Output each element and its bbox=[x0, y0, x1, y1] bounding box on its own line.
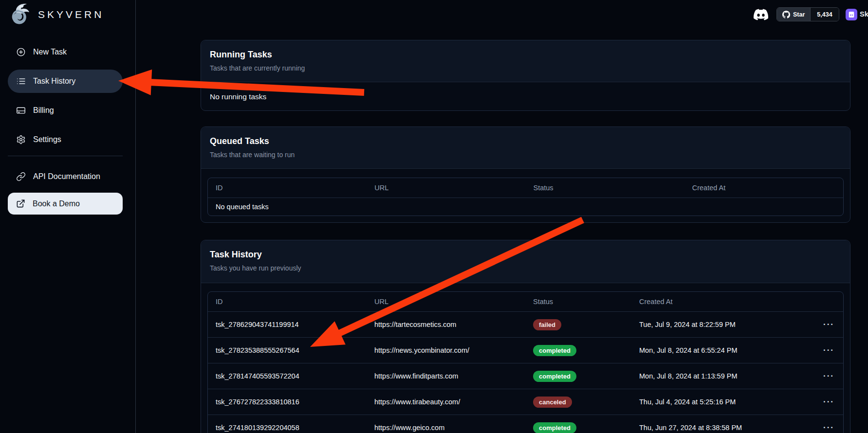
task-id-cell: tsk_274180139292204058 bbox=[208, 424, 367, 432]
queued-tasks-header: Queued Tasks Tasks that are waiting to r… bbox=[201, 127, 850, 169]
sidebar-item-label: Settings bbox=[33, 135, 61, 144]
row-actions-button[interactable]: ··· bbox=[794, 320, 843, 329]
task-status-cell: completed bbox=[525, 345, 631, 356]
row-actions-button[interactable]: ··· bbox=[794, 345, 843, 355]
queued-tasks-table: ID URL Status Created At No queued tasks bbox=[207, 178, 844, 216]
row-actions-button[interactable]: ··· bbox=[794, 371, 843, 381]
card-title: Queued Tasks bbox=[210, 136, 841, 146]
sidebar: SKYVERN New Task Task History Billing Se… bbox=[0, 0, 136, 433]
task-url-cell: https://www.tirabeauty.com/ bbox=[367, 398, 525, 406]
org-avatar[interactable] bbox=[846, 9, 857, 20]
card-subtitle: Tasks you have run previously bbox=[210, 264, 841, 272]
queued-tasks-empty-state: No queued tasks bbox=[208, 198, 843, 216]
credit-card-icon bbox=[16, 106, 26, 115]
sidebar-divider bbox=[8, 156, 123, 156]
account-name[interactable]: Sk bbox=[860, 10, 868, 18]
sidebar-item-label: Billing bbox=[33, 106, 54, 115]
task-created-at-cell: Thu, Jul 4, 2024 at 5:25:16 PM bbox=[631, 398, 794, 406]
task-id-cell: tsk_278629043741199914 bbox=[208, 321, 367, 328]
task-created-at-cell: Mon, Jul 8, 2024 at 1:13:59 PM bbox=[631, 372, 794, 380]
org-avatar-icon bbox=[848, 11, 855, 18]
sidebar-item-label: Book a Demo bbox=[33, 199, 80, 208]
sidebar-item-label: Task History bbox=[33, 77, 75, 86]
status-badge: completed bbox=[533, 371, 576, 382]
task-history-header: Task History Tasks you have run previous… bbox=[201, 240, 850, 283]
table-row[interactable]: tsk_278235388555267564 https://news.ycom… bbox=[208, 337, 843, 363]
plus-circle-icon bbox=[16, 47, 26, 57]
status-badge: completed bbox=[533, 345, 576, 356]
brand-logo: SKYVERN bbox=[10, 2, 104, 27]
column-header-created-at: Created At bbox=[684, 184, 843, 192]
sidebar-item-settings[interactable]: Settings bbox=[8, 128, 123, 151]
github-star-count[interactable]: 5,434 bbox=[810, 8, 838, 21]
column-header-created-at: Created At bbox=[631, 298, 794, 306]
task-created-at-cell: Thu, Jun 27, 2024 at 8:38:58 PM bbox=[631, 424, 794, 432]
card-subtitle: Tasks that are waiting to run bbox=[210, 151, 841, 159]
column-header-url: URL bbox=[367, 298, 525, 306]
table-row[interactable]: tsk_274180139292204058 https://www.geico… bbox=[208, 415, 843, 433]
sidebar-item-new-task[interactable]: New Task bbox=[8, 40, 123, 64]
task-status-cell: completed bbox=[525, 371, 631, 382]
table-header-row: ID URL Status Created At bbox=[208, 292, 843, 311]
column-header-status: Status bbox=[526, 184, 684, 192]
github-star-segment[interactable]: Star bbox=[777, 8, 810, 21]
github-star-button[interactable]: Star 5,434 bbox=[776, 7, 839, 21]
task-url-cell: https://news.ycombinator.com/ bbox=[367, 346, 525, 354]
status-badge: canceled bbox=[533, 397, 572, 408]
running-tasks-empty-state: No running tasks bbox=[201, 82, 850, 111]
task-id-cell: tsk_278147405593572204 bbox=[208, 372, 367, 380]
brand-name: SKYVERN bbox=[38, 9, 104, 20]
task-url-cell: https://www.geico.com bbox=[367, 424, 525, 432]
table-row[interactable]: tsk_278629043741199914 https://tartecosm… bbox=[208, 311, 843, 337]
sidebar-item-label: API Documentation bbox=[33, 172, 100, 181]
task-history-table: ID URL Status Created At tsk_27862904374… bbox=[207, 291, 844, 433]
table-header-row: ID URL Status Created At bbox=[208, 178, 843, 198]
sidebar-item-book-a-demo[interactable]: Book a Demo bbox=[8, 193, 123, 215]
column-header-id: ID bbox=[208, 184, 367, 192]
external-link-icon bbox=[16, 199, 25, 208]
card-subtitle: Tasks that are currently running bbox=[210, 64, 841, 72]
sidebar-item-billing[interactable]: Billing bbox=[8, 99, 123, 122]
sidebar-item-task-history[interactable]: Task History bbox=[8, 70, 123, 93]
task-url-cell: https://www.finditparts.com bbox=[367, 372, 525, 380]
skyvern-dragon-icon bbox=[10, 2, 32, 27]
task-status-cell: failed bbox=[525, 319, 631, 330]
row-actions-button[interactable]: ··· bbox=[794, 423, 843, 433]
card-title: Task History bbox=[210, 250, 841, 260]
task-status-cell: canceled bbox=[525, 397, 631, 408]
status-badge: failed bbox=[533, 319, 561, 330]
column-header-id: ID bbox=[208, 298, 367, 306]
gear-icon bbox=[16, 135, 26, 144]
empty-text: No queued tasks bbox=[208, 203, 277, 211]
column-header-status: Status bbox=[525, 298, 631, 306]
task-history-card: Task History Tasks you have run previous… bbox=[201, 240, 850, 433]
queued-tasks-card: Queued Tasks Tasks that are waiting to r… bbox=[201, 126, 850, 223]
column-header-url: URL bbox=[367, 184, 525, 192]
table-row[interactable]: tsk_276727822333810816 https://www.tirab… bbox=[208, 389, 843, 415]
task-id-cell: tsk_278235388555267564 bbox=[208, 346, 367, 354]
github-star-label: Star bbox=[793, 11, 805, 18]
running-tasks-header: Running Tasks Tasks that are currently r… bbox=[201, 40, 850, 82]
task-url-cell: https://tartecosmetics.com bbox=[367, 321, 525, 328]
status-badge: completed bbox=[533, 422, 576, 433]
row-actions-button[interactable]: ··· bbox=[794, 397, 843, 407]
table-row[interactable]: tsk_278147405593572204 https://www.findi… bbox=[208, 363, 843, 389]
list-icon bbox=[16, 76, 26, 86]
sidebar-item-api-documentation[interactable]: API Documentation bbox=[8, 165, 123, 188]
github-logo-icon bbox=[782, 11, 790, 18]
task-created-at-cell: Mon, Jul 8, 2024 at 6:55:24 PM bbox=[631, 346, 794, 354]
discord-icon[interactable] bbox=[754, 7, 768, 22]
task-created-at-cell: Tue, Jul 9, 2024 at 8:22:59 PM bbox=[631, 321, 794, 328]
task-status-cell: completed bbox=[525, 422, 631, 433]
running-tasks-card: Running Tasks Tasks that are currently r… bbox=[201, 40, 850, 111]
sidebar-item-label: New Task bbox=[33, 48, 67, 56]
link-icon bbox=[16, 172, 26, 181]
task-id-cell: tsk_276727822333810816 bbox=[208, 398, 367, 406]
card-title: Running Tasks bbox=[210, 50, 841, 60]
